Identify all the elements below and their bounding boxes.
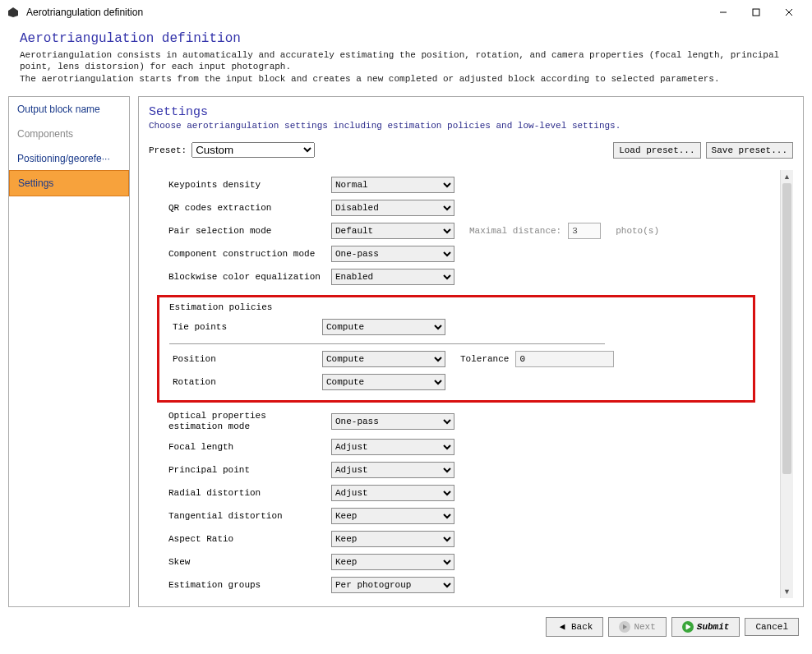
page-title: Aerotriangulation definition <box>20 31 797 46</box>
focal-length-label: Focal length <box>168 442 325 452</box>
app-icon <box>7 6 20 19</box>
sidebar: Output block name Components Positioning… <box>8 96 130 607</box>
estimation-section-label: Estimation policies <box>169 302 743 312</box>
max-distance-input <box>568 223 601 239</box>
svg-rect-2 <box>753 9 759 16</box>
optical-mode-label: Optical properties estimation mode <box>168 411 325 432</box>
save-preset-button[interactable]: Save preset... <box>706 142 793 159</box>
cancel-button[interactable]: Cancel <box>745 618 799 636</box>
close-button[interactable] <box>773 1 805 24</box>
svg-marker-6 <box>686 624 690 629</box>
header-section: Aerotriangulation definition Aerotriangu… <box>0 25 812 90</box>
sidebar-item-settings[interactable]: Settings <box>9 170 129 196</box>
radial-distortion-select[interactable]: Adjust <box>331 485 454 501</box>
svg-marker-0 <box>8 7 18 17</box>
back-icon: ◀ <box>556 621 568 633</box>
window-title: Aerotriangulation definition <box>26 7 707 18</box>
radial-distortion-label: Radial distortion <box>168 488 325 498</box>
submit-button[interactable]: Submit <box>671 617 740 637</box>
sidebar-item-positioning[interactable]: Positioning/georefe··· <box>9 146 129 171</box>
submit-icon <box>682 621 694 633</box>
cancel-label: Cancel <box>755 622 788 632</box>
scrollbar-thumb[interactable] <box>782 183 791 474</box>
qr-codes-select[interactable]: Disabled <box>331 200 454 216</box>
keypoints-density-label: Keypoints density <box>168 180 325 190</box>
page-desc-1: Aerotriangulation consists in automatica… <box>20 49 797 73</box>
tangential-distortion-select[interactable]: Keep <box>331 508 454 524</box>
aspect-ratio-select[interactable]: Keep <box>331 531 454 547</box>
tie-points-label: Tie points <box>169 322 316 332</box>
sidebar-item-components[interactable]: Components <box>9 122 129 146</box>
next-icon <box>619 621 630 633</box>
keypoints-density-select[interactable]: Normal <box>331 177 454 193</box>
back-label: Back <box>571 622 593 632</box>
skew-label: Skew <box>168 557 325 567</box>
footer: ◀ Back Next Submit Cancel <box>0 607 812 643</box>
qr-codes-label: QR codes extraction <box>168 203 325 213</box>
tolerance-label: Tolerance <box>460 354 509 364</box>
scroll-down-icon[interactable]: ▼ <box>781 585 793 598</box>
optical-mode-select[interactable]: One-pass <box>331 413 454 430</box>
preset-select[interactable]: Custom <box>191 142 315 158</box>
estimation-groups-select[interactable]: Per photogroup <box>331 577 454 593</box>
content-panel: Settings Choose aerotriangulation settin… <box>138 96 804 607</box>
titlebar: Aerotriangulation definition <box>0 0 812 25</box>
next-label: Next <box>634 622 655 632</box>
maximize-button[interactable] <box>740 1 773 24</box>
scroll-up-icon[interactable]: ▲ <box>781 170 793 183</box>
back-button[interactable]: ◀ Back <box>546 617 603 637</box>
component-construction-select[interactable]: One-pass <box>331 246 454 262</box>
load-preset-button[interactable]: Load preset... <box>613 142 700 159</box>
tie-points-select[interactable]: Compute <box>322 319 445 335</box>
focal-length-select[interactable]: Adjust <box>331 439 454 455</box>
settings-subtitle: Choose aerotriangulation settings includ… <box>149 121 793 131</box>
tangential-distortion-label: Tangential distortion <box>168 511 325 521</box>
scrollbar[interactable]: ▲ ▼ <box>780 170 793 598</box>
principal-point-label: Principal point <box>168 465 325 475</box>
next-button[interactable]: Next <box>608 617 666 637</box>
principal-point-select[interactable]: Adjust <box>331 462 454 478</box>
max-distance-suffix: photo(s) <box>616 226 659 236</box>
tolerance-input[interactable] <box>515 351 614 367</box>
position-select[interactable]: Compute <box>322 351 445 367</box>
submit-label: Submit <box>697 622 730 632</box>
minimize-button[interactable] <box>707 1 740 24</box>
preset-label: Preset: <box>149 145 187 155</box>
pair-selection-label: Pair selection mode <box>168 226 325 236</box>
position-label: Position <box>169 354 316 364</box>
blockwise-color-select[interactable]: Enabled <box>331 269 454 285</box>
component-construction-label: Component construction mode <box>168 249 325 259</box>
aspect-ratio-label: Aspect Ratio <box>168 534 325 544</box>
rotation-label: Rotation <box>169 377 316 387</box>
sidebar-item-output-block-name[interactable]: Output block name <box>9 97 129 122</box>
pair-selection-select[interactable]: Default <box>331 223 454 239</box>
skew-select[interactable]: Keep <box>331 554 454 570</box>
estimation-highlight-box: Estimation policies Tie points Compute P… <box>157 295 755 403</box>
estimation-groups-label: Estimation groups <box>168 580 325 590</box>
divider <box>169 343 605 344</box>
svg-marker-5 <box>623 624 627 629</box>
settings-title: Settings <box>149 105 793 119</box>
max-distance-label: Maximal distance: <box>469 226 561 236</box>
blockwise-color-label: Blockwise color equalization <box>168 272 325 282</box>
rotation-select[interactable]: Compute <box>322 374 445 390</box>
page-desc-2: The aerotriangulation starts from the in… <box>20 73 797 85</box>
